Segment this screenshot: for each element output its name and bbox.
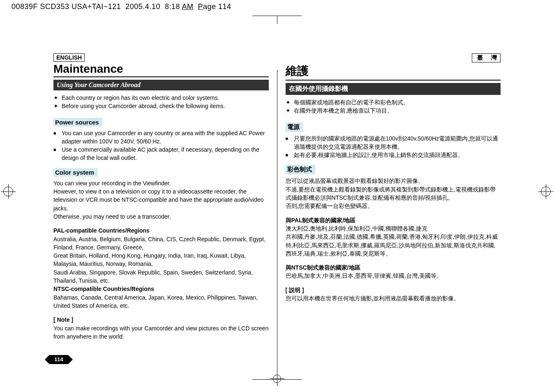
note-block-chinese: [ 説明 ] 您可以用本機在世界任何地方攝影,並利用液晶螢幕觀看播放的影像。 [286,286,501,303]
power-list-english: You can use your Camcorder in any countr… [53,129,269,162]
intro-item: Each country or region has its own elect… [53,94,269,102]
intro-list-chinese: 每個國家或地區都有自己的電子和彩色制式。 在國外使用本機之前,應檢查以下項目。 [286,98,501,115]
subsection-title-english: Using Your Camcorder Abroad [53,80,269,90]
pal-body-chinese: 澳大利亞,奧地利,比利時,保加利亞,中國,獨聯體各國,捷克 共和國,丹麥,埃及,… [286,224,501,258]
pal-body-english: Australia, Austria, Belgium, Bulgaria, C… [53,235,269,285]
section-title-english: Maintenance [53,62,269,77]
pal-block-english: PAL-compatible Countries/Regions Austral… [53,226,269,310]
ntsc-heading-chinese: 與NTSC制式兼容的國家/地區 [286,263,501,272]
page-number-badge: 114 [49,355,68,364]
page: 00839F SCD353 USA+TAI~121 2005.4.10 8:18… [0,0,554,392]
power-item: You can use your Camcorder in any countr… [53,129,269,146]
power-list-chinese: 只要您所到的國家或地區的電源處在100v到240v,50/60Hz電源範圍內,您… [286,134,501,159]
crop-mark-top [252,12,302,28]
power-heading-chinese: 電源 [286,122,303,132]
note-heading-english: [ Note ] [53,316,269,324]
content-area: ENGLISH Maintenance Using Your Camcorder… [53,53,501,371]
color-heading-chinese: 彩色制式 [286,165,315,174]
color-heading-english: Color system [53,168,97,177]
ntsc-body-chinese: 巴哈馬,加拿大,中美洲,日本,墨西哥,菲律賓,韓國,台灣,美國等。 [286,272,501,280]
intro-item: 每個國家或地區都有自己的電子和彩色制式。 [286,98,501,106]
print-header: 00839F SCD353 USA+TAI~121 2005.4.10 8:18… [12,2,231,11]
color-para-english: You can view your recording in the Viewf… [53,179,269,221]
intro-item: Before using your Camcorder abroad, chec… [53,102,269,110]
power-heading-english: Power sources [53,118,102,127]
column-english: ENGLISH Maintenance Using Your Camcorder… [53,53,277,371]
note-body-english: You can make recordings with your Camcor… [53,324,269,341]
ntsc-block-chinese: 與NTSC制式兼容的國家/地區 巴哈馬,加拿大,中美洲,日本,墨西哥,菲律賓,韓… [286,263,501,280]
color-para-chinese: 您可以從液晶螢幕或觀景器中觀看錄製好的影片圖像。 不過,要想在電視機上觀看錄製的… [286,177,501,210]
register-mark-right [540,186,552,197]
power-item: Use a commercially available AC jack ada… [53,145,269,162]
intro-list-english: Each country or region has its own elect… [53,94,269,111]
lang-tag-english: ENGLISH [53,53,85,62]
ntsc-body-english: Bahamas, Canada, Central America, Japan,… [53,293,269,310]
note-body-chinese: 您可以用本機在世界任何地方攝影,並利用液晶螢幕觀看播放的影像。 [286,294,501,302]
pal-block-chinese: 與PAL制式兼容的國家/地區 澳大利亞,奧地利,比利時,保加利亞,中國,獨聯體各… [286,216,501,258]
note-block-english: [ Note ] You can make recordings with yo… [53,316,269,341]
section-title-chinese: 維護 [286,63,501,81]
column-chinese: 臺 灣 維護 在國外使用攝錄影機 每個國家或地區都有自己的電子和彩色制式。 在國… [277,53,501,371]
subsection-title-chinese: 在國外使用攝錄影機 [286,83,501,95]
note-heading-chinese: [ 説明 ] [286,286,501,294]
intro-item: 在國外使用本機之前,應檢查以下項目。 [286,106,501,115]
power-item: 如有必要,根據當地牆上的設計,使用市場上銷售的交流插頭適配器。 [286,151,501,159]
pal-heading-chinese: 與PAL制式兼容的國家/地區 [286,216,501,224]
ntsc-heading-english: NTSC-compatible Countries/Regions [53,285,269,293]
register-mark-left [2,186,14,197]
lang-tag-chinese: 臺 灣 [472,53,501,62]
power-item: 只要您所到的國家或地區的電源處在100v到240v,50/60Hz電源範圍內,您… [286,134,501,151]
pal-heading-english: PAL-compatible Countries/Regions [53,226,269,235]
